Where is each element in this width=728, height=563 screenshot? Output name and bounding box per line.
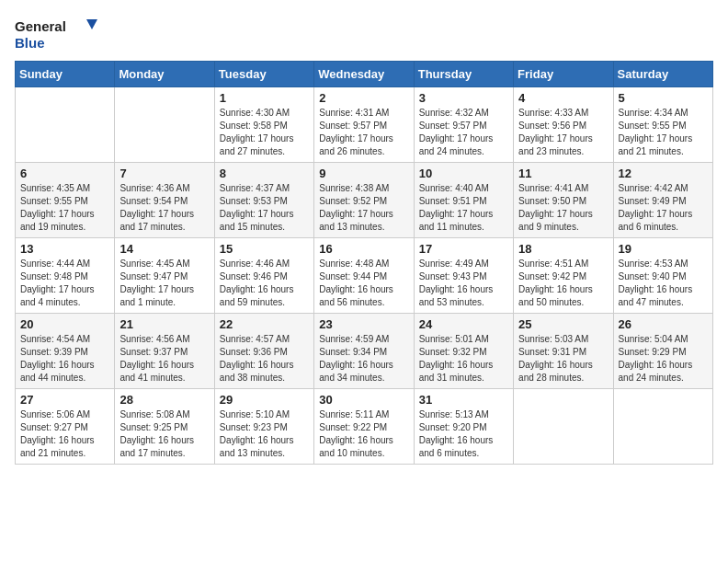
- weekday-header-wednesday: Wednesday: [314, 62, 414, 87]
- day-number: 29: [220, 393, 309, 407]
- day-number: 30: [319, 393, 408, 407]
- day-info: Sunrise: 4:33 AM Sunset: 9:56 PM Dayligh…: [518, 107, 608, 158]
- day-number: 12: [619, 167, 708, 180]
- calendar-day-cell: 20Sunrise: 4:54 AM Sunset: 9:39 PM Dayli…: [16, 314, 115, 389]
- day-number: 22: [220, 317, 309, 331]
- calendar-day-cell: 18Sunrise: 4:51 AM Sunset: 9:42 PM Dayli…: [514, 238, 613, 314]
- calendar-day-cell: 27Sunrise: 5:06 AM Sunset: 9:27 PM Dayli…: [16, 389, 115, 465]
- calendar-day-cell: 1Sunrise: 4:30 AM Sunset: 9:58 PM Daylig…: [214, 87, 313, 163]
- calendar-day-cell: 24Sunrise: 5:01 AM Sunset: 9:32 PM Dayli…: [414, 314, 513, 389]
- day-info: Sunrise: 4:59 AM Sunset: 9:34 PM Dayligh…: [319, 333, 408, 385]
- svg-text:Blue: Blue: [15, 35, 45, 51]
- day-info: Sunrise: 5:11 AM Sunset: 9:22 PM Dayligh…: [319, 408, 408, 460]
- day-number: 27: [20, 393, 109, 407]
- calendar-week-row: 13Sunrise: 4:44 AM Sunset: 9:48 PM Dayli…: [16, 238, 713, 314]
- day-number: 6: [20, 167, 109, 180]
- calendar-day-cell: 12Sunrise: 4:42 AM Sunset: 9:49 PM Dayli…: [613, 163, 712, 238]
- day-info: Sunrise: 4:32 AM Sunset: 9:57 PM Dayligh…: [419, 107, 508, 158]
- calendar-day-cell: 16Sunrise: 4:48 AM Sunset: 9:44 PM Dayli…: [314, 238, 414, 314]
- day-number: 17: [419, 242, 508, 256]
- day-number: 14: [119, 242, 209, 256]
- day-number: 31: [419, 393, 508, 407]
- calendar-day-cell: 11Sunrise: 4:41 AM Sunset: 9:50 PM Dayli…: [514, 163, 613, 238]
- day-info: Sunrise: 5:10 AM Sunset: 9:23 PM Dayligh…: [220, 408, 309, 460]
- calendar-day-cell: 31Sunrise: 5:13 AM Sunset: 9:20 PM Dayli…: [414, 389, 513, 465]
- calendar-day-cell: 6Sunrise: 4:35 AM Sunset: 9:55 PM Daylig…: [16, 163, 115, 238]
- day-info: Sunrise: 5:04 AM Sunset: 9:29 PM Dayligh…: [619, 333, 708, 385]
- day-number: 24: [419, 317, 508, 331]
- day-number: 11: [518, 167, 608, 180]
- calendar-day-cell: 19Sunrise: 4:53 AM Sunset: 9:40 PM Dayli…: [613, 238, 712, 314]
- calendar-day-cell: 30Sunrise: 5:11 AM Sunset: 9:22 PM Dayli…: [314, 389, 414, 465]
- calendar-day-cell: 21Sunrise: 4:56 AM Sunset: 9:37 PM Dayli…: [115, 314, 214, 389]
- calendar-day-cell: 26Sunrise: 5:04 AM Sunset: 9:29 PM Dayli…: [613, 314, 712, 389]
- day-info: Sunrise: 5:01 AM Sunset: 9:32 PM Dayligh…: [419, 333, 508, 385]
- day-number: 28: [119, 393, 209, 407]
- day-info: Sunrise: 4:41 AM Sunset: 9:50 PM Dayligh…: [518, 182, 608, 234]
- day-number: 10: [419, 167, 508, 180]
- day-info: Sunrise: 5:06 AM Sunset: 9:27 PM Dayligh…: [20, 408, 109, 460]
- logo-svg: General Blue: [15, 15, 97, 52]
- day-info: Sunrise: 4:35 AM Sunset: 9:55 PM Dayligh…: [20, 182, 109, 234]
- day-number: 26: [619, 317, 708, 331]
- day-number: 21: [119, 317, 209, 331]
- day-info: Sunrise: 4:37 AM Sunset: 9:53 PM Dayligh…: [220, 182, 309, 234]
- calendar-day-cell: 4Sunrise: 4:33 AM Sunset: 9:56 PM Daylig…: [514, 87, 613, 163]
- logo: General Blue: [15, 15, 97, 52]
- day-number: 23: [319, 317, 408, 331]
- day-number: 8: [220, 167, 309, 180]
- calendar-day-cell: 25Sunrise: 5:03 AM Sunset: 9:31 PM Dayli…: [514, 314, 613, 389]
- calendar-day-cell: 22Sunrise: 4:57 AM Sunset: 9:36 PM Dayli…: [214, 314, 313, 389]
- day-number: 9: [319, 167, 408, 180]
- calendar-day-cell: 3Sunrise: 4:32 AM Sunset: 9:57 PM Daylig…: [414, 87, 513, 163]
- day-number: 7: [119, 167, 209, 180]
- day-number: 5: [619, 91, 708, 105]
- day-info: Sunrise: 4:30 AM Sunset: 9:58 PM Dayligh…: [220, 107, 309, 158]
- calendar-week-row: 27Sunrise: 5:06 AM Sunset: 9:27 PM Dayli…: [16, 389, 713, 465]
- day-number: 19: [619, 242, 708, 256]
- svg-text:General: General: [15, 18, 66, 34]
- day-info: Sunrise: 4:36 AM Sunset: 9:54 PM Dayligh…: [119, 182, 209, 234]
- calendar-day-cell: 23Sunrise: 4:59 AM Sunset: 9:34 PM Dayli…: [314, 314, 414, 389]
- day-info: Sunrise: 4:51 AM Sunset: 9:42 PM Dayligh…: [518, 258, 608, 309]
- calendar-day-cell: 7Sunrise: 4:36 AM Sunset: 9:54 PM Daylig…: [115, 163, 214, 238]
- calendar-table: SundayMondayTuesdayWednesdayThursdayFrid…: [15, 61, 713, 465]
- day-number: 16: [319, 242, 408, 256]
- weekday-header-saturday: Saturday: [613, 62, 712, 87]
- calendar-day-cell: 13Sunrise: 4:44 AM Sunset: 9:48 PM Dayli…: [16, 238, 115, 314]
- day-info: Sunrise: 4:44 AM Sunset: 9:48 PM Dayligh…: [20, 258, 109, 309]
- day-number: 18: [518, 242, 608, 256]
- day-info: Sunrise: 4:56 AM Sunset: 9:37 PM Dayligh…: [119, 333, 209, 385]
- day-info: Sunrise: 5:08 AM Sunset: 9:25 PM Dayligh…: [119, 408, 209, 460]
- day-number: 4: [518, 91, 608, 105]
- day-number: 20: [20, 317, 109, 331]
- calendar-day-cell: 2Sunrise: 4:31 AM Sunset: 9:57 PM Daylig…: [314, 87, 414, 163]
- weekday-header-sunday: Sunday: [16, 62, 115, 87]
- calendar-day-cell: 28Sunrise: 5:08 AM Sunset: 9:25 PM Dayli…: [115, 389, 214, 465]
- day-info: Sunrise: 4:42 AM Sunset: 9:49 PM Dayligh…: [619, 182, 708, 234]
- day-info: Sunrise: 4:57 AM Sunset: 9:36 PM Dayligh…: [220, 333, 309, 385]
- day-number: 13: [20, 242, 109, 256]
- day-info: Sunrise: 5:13 AM Sunset: 9:20 PM Dayligh…: [419, 408, 508, 460]
- day-number: 1: [220, 91, 309, 105]
- day-info: Sunrise: 4:31 AM Sunset: 9:57 PM Dayligh…: [319, 107, 408, 158]
- calendar-day-cell: 14Sunrise: 4:45 AM Sunset: 9:47 PM Dayli…: [115, 238, 214, 314]
- day-info: Sunrise: 4:48 AM Sunset: 9:44 PM Dayligh…: [319, 258, 408, 309]
- day-info: Sunrise: 4:34 AM Sunset: 9:55 PM Dayligh…: [619, 107, 708, 158]
- day-info: Sunrise: 4:49 AM Sunset: 9:43 PM Dayligh…: [419, 258, 508, 309]
- day-info: Sunrise: 5:03 AM Sunset: 9:31 PM Dayligh…: [518, 333, 608, 385]
- calendar-day-cell: 9Sunrise: 4:38 AM Sunset: 9:52 PM Daylig…: [314, 163, 414, 238]
- calendar-day-cell: [115, 87, 214, 163]
- svg-marker-2: [86, 19, 97, 29]
- calendar-day-cell: 10Sunrise: 4:40 AM Sunset: 9:51 PM Dayli…: [414, 163, 513, 238]
- weekday-header-row: SundayMondayTuesdayWednesdayThursdayFrid…: [16, 62, 713, 87]
- page-header: General Blue: [15, 15, 713, 52]
- calendar-day-cell: [613, 389, 712, 465]
- weekday-header-friday: Friday: [514, 62, 613, 87]
- day-number: 25: [518, 317, 608, 331]
- day-info: Sunrise: 4:38 AM Sunset: 9:52 PM Dayligh…: [319, 182, 408, 234]
- calendar-day-cell: 8Sunrise: 4:37 AM Sunset: 9:53 PM Daylig…: [214, 163, 313, 238]
- day-number: 2: [319, 91, 408, 105]
- calendar-day-cell: [16, 87, 115, 163]
- calendar-day-cell: 17Sunrise: 4:49 AM Sunset: 9:43 PM Dayli…: [414, 238, 513, 314]
